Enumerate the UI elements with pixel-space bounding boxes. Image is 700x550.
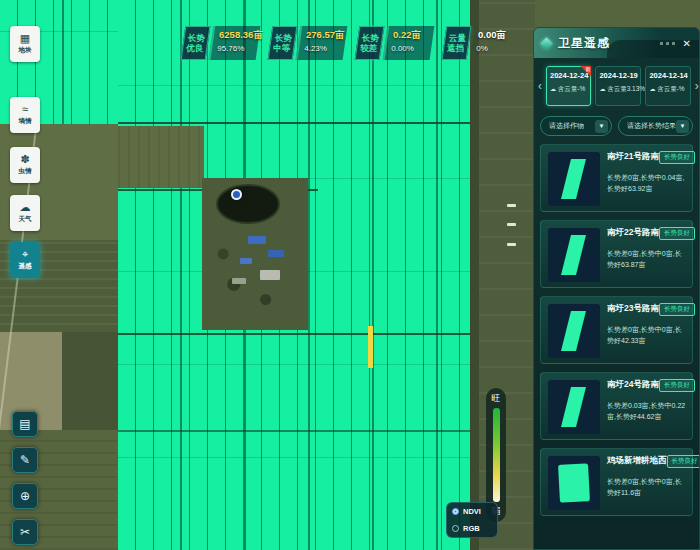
field-thumbnail	[548, 152, 600, 206]
field-shape	[558, 463, 590, 503]
stat-badge: 长势中等	[268, 26, 298, 60]
chevron-down-icon: ▼	[676, 120, 689, 133]
stat-group-cloud: 云量遮挡 0.00亩 0%	[444, 26, 519, 60]
field-desc: 长势差0亩,长势中0亩,长势好11.6亩	[607, 477, 686, 499]
radio-icon	[452, 525, 459, 532]
bug-icon: ✽	[20, 154, 29, 165]
crop-select[interactable]: 请选择作物 ▼	[540, 116, 612, 136]
field-list: 南圩21号路南 长势良好 长势差0亩,长势中0.04亩,长势好63.92亩 南圩…	[534, 144, 699, 516]
map-pin-marker[interactable]	[231, 189, 242, 200]
stat-value: 6258.36亩 95.76%	[209, 26, 261, 60]
sidebar-item-plots[interactable]: ▦ 地块	[10, 26, 40, 62]
rgb-radio[interactable]: RGB	[452, 524, 492, 533]
legend-strong-label: 旺	[492, 392, 501, 405]
field-shape	[561, 311, 586, 351]
pencil-icon: ✎	[20, 453, 30, 467]
field-label-marker	[507, 243, 516, 246]
field-name: 南圩23号路南	[607, 303, 659, 315]
globe-icon: ⊕	[20, 489, 30, 503]
date-label: 2024-12-24	[550, 71, 588, 80]
radio-label: RGB	[463, 524, 480, 533]
field-name: 南圩21号路南	[607, 151, 659, 163]
field-road	[118, 430, 472, 432]
map-tools: ▤ ✎ ⊕ ✂	[12, 411, 38, 545]
vertical-road	[470, 0, 479, 550]
unhighlighted-plot	[118, 126, 204, 188]
date-card[interactable]: 2024-12-14 ☁ 含云量-%	[645, 66, 690, 106]
weak-growth-strip	[368, 326, 373, 368]
draw-button[interactable]: ✎	[12, 447, 38, 473]
sidebar-item-moisture[interactable]: ≈ 墒情	[10, 97, 40, 133]
sidebar-item-pests[interactable]: ✽ 虫情	[10, 147, 40, 183]
building	[268, 250, 284, 257]
sidebar-item-weather[interactable]: ☁ 天气	[10, 195, 40, 231]
status-badge: 长势良好	[659, 379, 695, 392]
field-thumbnail	[548, 380, 600, 434]
close-icon[interactable]: ✕	[683, 38, 691, 49]
droplet-icon: ≈	[22, 104, 28, 115]
stat-group-poor: 长势较差 0.22亩 0.00%	[357, 26, 432, 60]
date-label: 2024-12-19	[599, 71, 638, 80]
clip-button[interactable]: ✂	[12, 519, 38, 545]
farmstead	[202, 178, 308, 330]
field-thumbnail	[548, 304, 600, 358]
layers-button[interactable]: ▤	[12, 411, 38, 437]
cloud-icon: ☁	[20, 202, 31, 213]
date-card[interactable]: 新 2024-12-24 ☁ 含云量-%	[546, 66, 591, 106]
sidebar-item-label: 地块	[19, 46, 32, 55]
field-label-marker	[507, 223, 516, 226]
field-shape	[561, 387, 586, 427]
stat-badge: 长势较差	[355, 26, 385, 60]
date-label: 2024-12-14	[649, 71, 687, 80]
building	[248, 236, 266, 244]
farm-plot	[62, 332, 120, 432]
growth-result-select[interactable]: 请选择长势结果 ▼	[618, 116, 693, 136]
field-name: 鸡场新增耕地西	[607, 455, 667, 467]
stat-badge: 云量遮挡	[442, 26, 472, 60]
cloud-icon: ☁	[649, 86, 655, 92]
field-desc: 长势差0亩,长势中0亩,长势好63.87亩	[607, 249, 686, 271]
prev-date-arrow[interactable]: ‹	[538, 80, 542, 92]
next-date-arrow[interactable]: ›	[695, 80, 699, 92]
field-card[interactable]: 南圩22号路南 长势良好 长势差0亩,长势中0亩,长势好63.87亩	[540, 220, 693, 288]
field-road	[118, 333, 472, 335]
field-name: 南圩22号路南	[607, 227, 659, 239]
scissors-icon: ✂	[20, 525, 30, 539]
field-card[interactable]: 鸡场新增耕地西 长势良好 长势差0亩,长势中0亩,长势好11.6亩	[540, 448, 693, 516]
panel-title: 卫星遥感	[558, 35, 610, 52]
field-card[interactable]: 南圩23号路南 长势良好 长势差0亩,长势中0亩,长势好42.33亩	[540, 296, 693, 364]
satellite-icon: ⌖	[22, 249, 28, 260]
field-card[interactable]: 南圩24号路南 长势良好 长势差0.03亩,长势中0.22亩,长势好44.62亩	[540, 372, 693, 440]
field-shape	[561, 159, 586, 199]
satellite-panel: 卫星遥感 ✕ ‹ 新 2024-12-24 ☁ 含云量-% 2024-12-19…	[533, 27, 700, 550]
field-name: 南圩24号路南	[607, 379, 659, 391]
field-card[interactable]: 南圩21号路南 长势良好 长势差0亩,长势中0.04亩,长势好63.92亩	[540, 144, 693, 212]
stat-value: 0.22亩 0.00%	[383, 26, 435, 60]
cloud-cover-label: ☁ 含云量3.13%	[599, 85, 638, 94]
ndvi-radio[interactable]: NDVI	[452, 507, 492, 516]
globe-button[interactable]: ⊕	[12, 483, 38, 509]
date-card[interactable]: 2024-12-19 ☁ 含云量3.13%	[595, 66, 641, 106]
field-thumbnail	[548, 228, 600, 282]
status-badge: 长势良好	[667, 455, 700, 468]
cloud-icon: ☁	[599, 86, 605, 92]
legend-gradient-bar	[493, 408, 500, 502]
stat-group-excellent: 长势优良 6258.36亩 95.76%	[183, 26, 258, 60]
grid-icon: ▦	[20, 33, 30, 44]
left-toolbar: ▦ 地块 ≈ 墒情 ✽ 虫情 ☁ 天气 ⌖ 遥感	[10, 26, 40, 278]
panel-header: 卫星遥感 ✕	[534, 28, 699, 58]
status-badge: 长势良好	[659, 227, 695, 240]
sidebar-item-remote-sensing[interactable]: ⌖ 遥感	[10, 242, 40, 278]
stat-group-medium: 长势中等 276.57亩 4.23%	[270, 26, 345, 60]
building	[240, 258, 252, 264]
sidebar-item-label: 墒情	[19, 117, 32, 126]
radio-icon	[452, 508, 459, 515]
field-road	[118, 122, 472, 124]
field-label-marker	[507, 204, 516, 207]
building	[232, 278, 246, 284]
building	[260, 270, 280, 280]
chevron-down-icon: ▼	[595, 120, 608, 133]
radio-label: NDVI	[463, 507, 481, 516]
cloud-icon: ☁	[550, 86, 556, 92]
stat-value: 276.57亩 4.23%	[296, 26, 348, 60]
